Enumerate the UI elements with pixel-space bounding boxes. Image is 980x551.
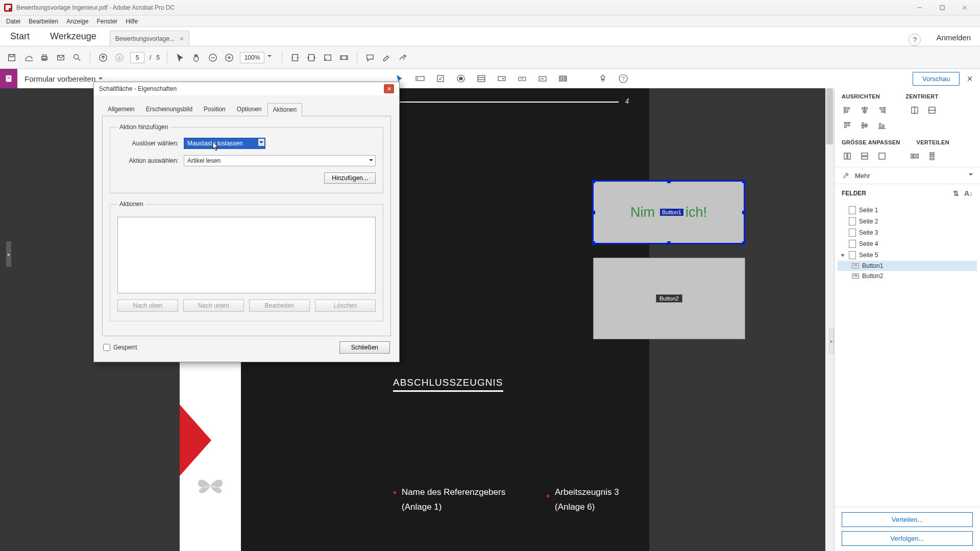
select-tool-icon[interactable] [175,52,186,63]
radio-tool-icon[interactable] [455,73,467,84]
form-field-button1[interactable]: Nimich! Button1 [592,180,745,244]
tab-erscheinungsbild[interactable]: Erscheinungsbild [140,103,198,116]
trigger-combobox[interactable]: Maustaste loslassen [184,138,265,149]
align-top-icon[interactable] [842,120,853,131]
zoom-in-icon[interactable] [224,52,235,63]
add-action-button[interactable]: Hinzufügen... [324,172,376,184]
vertical-scrollbar[interactable] [825,88,834,551]
tree-field-button1[interactable]: OKButton1 [838,261,977,271]
tab-aktionen[interactable]: Aktionen [267,103,303,116]
tree-page-1[interactable]: Seite 1 [838,205,977,216]
locked-checkbox[interactable]: Gesperrt [103,344,137,351]
button-tool-icon[interactable]: OK [517,73,528,84]
distribute-button[interactable]: Verteilen... [842,512,973,527]
tab-werkzeuge[interactable]: Werkzeuge [40,27,107,46]
move-down-button[interactable]: Nach unten [183,299,244,312]
search-icon[interactable] [71,52,83,63]
menu-datei[interactable]: Datei [2,16,24,27]
sign-icon[interactable] [397,52,408,63]
fit-width-icon[interactable] [289,52,301,63]
tab-start[interactable]: Start [0,27,40,46]
right-panel-collapser[interactable]: ▸ [829,328,834,354]
listbox-tool-icon[interactable] [476,73,487,84]
delete-action-button[interactable]: Löschen [315,299,376,312]
tree-field-button2[interactable]: OKButton2 [838,271,977,281]
hand-tool-icon[interactable] [191,52,202,63]
left-panel-expander[interactable]: ▸ [6,241,11,267]
scrollbar-thumb[interactable] [826,88,833,144]
dialog-close-icon[interactable]: ✕ [384,84,394,93]
reflow-icon[interactable] [322,52,333,63]
align-middle-icon[interactable] [859,120,870,131]
signature-tool-icon[interactable] [537,73,548,84]
track-button[interactable]: Verfolgen... [842,531,973,546]
cloud-icon[interactable] [22,52,34,63]
help-tool-icon[interactable]: ? [618,73,629,84]
help-button[interactable]: ? [909,34,921,46]
form-field-button2[interactable]: Button2 [593,258,745,339]
tree-page-2[interactable]: Seite 2 [838,216,977,227]
action-combobox[interactable]: Artikel lesen [184,155,376,166]
preview-button[interactable]: Vorschau [913,72,960,86]
move-up-button[interactable]: Nach oben [117,299,178,312]
match-both-icon[interactable] [876,151,888,162]
window-close-button[interactable] [953,0,976,16]
window-maximize-button[interactable] [931,0,953,16]
window-title: Bewerbungsvorlage Ingenieur.pdf - Adobe … [16,4,909,11]
document-tab-close-icon[interactable]: × [180,35,184,43]
zoom-dropdown[interactable]: 100% [240,52,264,63]
document-tab[interactable]: Bewerbungsvorlage... × [110,31,189,46]
distribute-v-icon[interactable] [926,151,938,162]
page-up-icon[interactable] [97,52,109,63]
sort-order-icon[interactable]: ⇅ [953,189,959,197]
document-tab-label: Bewerbungsvorlage... [115,35,175,42]
close-mode-icon[interactable]: × [967,73,973,85]
highlight-icon[interactable] [381,52,392,63]
match-height-icon[interactable] [859,151,870,162]
tab-position[interactable]: Position [198,103,231,116]
pin-tool-icon[interactable] [597,73,608,84]
tab-allgemein[interactable]: Allgemein [102,103,140,116]
dialog-tabs: Allgemein Erscheinungsbild Position Opti… [94,95,399,116]
tree-page-3[interactable]: Seite 3 [838,227,977,238]
dropdown-tool-icon[interactable] [496,73,507,84]
align-right-icon[interactable] [876,105,888,116]
menu-bearbeiten[interactable]: Bearbeiten [24,16,62,27]
edit-action-button[interactable]: Bearbeiten [249,299,310,312]
dialog-titlebar[interactable]: Schaltfläche - Eigenschaften ✕ [94,82,399,95]
tree-page-4[interactable]: Seite 4 [838,238,977,249]
sort-az-icon[interactable]: A↓ [964,189,973,197]
menu-hilfe[interactable]: Hilfe [121,16,142,27]
checkbox-tool-icon[interactable] [435,73,446,84]
dialog-close-button[interactable]: Schließen [339,341,390,354]
print-icon[interactable] [39,52,50,63]
menu-fenster[interactable]: Fenster [92,16,121,27]
fit-page-icon[interactable] [306,52,317,63]
center-v-icon[interactable] [926,105,938,116]
login-button[interactable]: Anmelden [927,29,980,46]
mail-icon[interactable] [55,52,66,63]
match-width-icon[interactable] [842,151,853,162]
zoom-out-icon[interactable] [207,52,218,63]
align-center-h-icon[interactable] [859,105,870,116]
align-bottom-icon[interactable] [876,120,888,131]
comment-icon[interactable] [364,52,376,63]
center-h-icon[interactable] [909,105,920,116]
barcode-tool-icon[interactable] [557,73,569,84]
read-mode-icon[interactable] [338,52,350,63]
menu-anzeige[interactable]: Anzeige [62,16,92,27]
svg-line-11 [78,58,81,61]
distribute-h-icon[interactable] [909,151,920,162]
page-number-input[interactable]: 5 [130,52,144,63]
save-icon[interactable] [6,52,17,63]
tab-optionen[interactable]: Optionen [231,103,267,116]
main-toolbar: 5 / 5 100% [0,46,980,69]
page-down-icon[interactable] [114,52,125,63]
more-dropdown[interactable]: Mehr [835,167,980,184]
svg-text:OK: OK [520,77,524,80]
tree-page-5[interactable]: ▾Seite 5 [838,249,977,261]
text-field-tool-icon[interactable] [414,73,426,84]
window-minimize-button[interactable] [909,0,931,16]
actions-listbox[interactable] [117,217,376,293]
align-left-icon[interactable] [842,105,853,116]
